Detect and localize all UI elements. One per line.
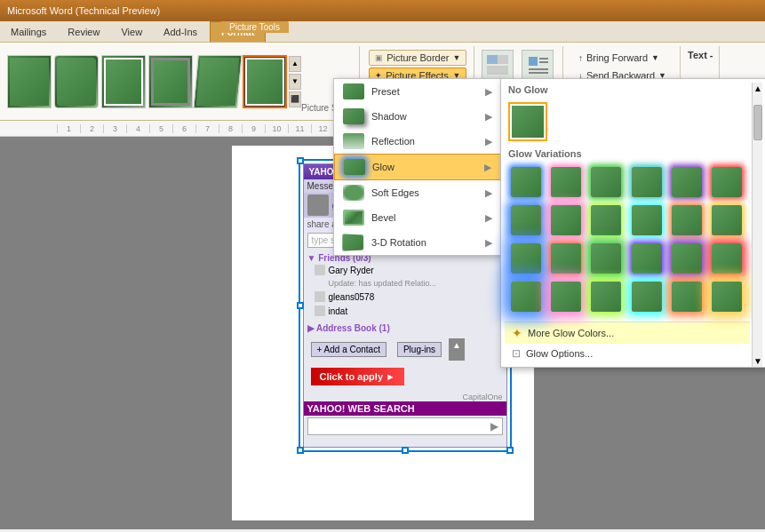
glow-thumb-yellow-1 — [712, 205, 742, 235]
yahoo-address-arrow: ▶ — [307, 323, 315, 333]
glow-options-button[interactable]: ⊡ Glow Options... — [505, 344, 750, 363]
dropdown-glow[interactable]: Glow ▶ — [334, 154, 501, 180]
more-glow-colors-button[interactable]: ✦ More Glow Colors... — [505, 322, 750, 344]
svg-rect-4 — [487, 55, 498, 64]
glow-item-indigo-1[interactable] — [629, 241, 665, 276]
no-glow-item[interactable] — [508, 102, 547, 141]
yahoo-contact-3: indat — [307, 304, 503, 318]
style-thumb-1[interactable] — [7, 55, 52, 108]
yahoo-contact-1-text: Gary Ryder — [329, 266, 374, 275]
glow-thumb-teal-1 — [632, 167, 662, 197]
style-thumb-2[interactable] — [54, 55, 99, 108]
ruler-mark: 6 — [172, 124, 195, 133]
yahoo-plugins-label: Plug-ins — [403, 345, 435, 354]
scrollbar-up-arrow[interactable]: ▲ — [753, 83, 762, 94]
yahoo-click-label: Click to apply ► — [320, 371, 395, 382]
glow-item-orange-2[interactable] — [669, 279, 705, 314]
glow-item-green-2[interactable] — [588, 241, 624, 276]
reflection-label: Reflection — [371, 136, 415, 147]
glow-item-lime-1[interactable] — [588, 202, 624, 238]
tab-view[interactable]: View — [110, 21, 153, 42]
bevel-label: Bevel — [371, 212, 396, 223]
glow-variations-title: Glow Variations — [505, 145, 750, 161]
glow-item-teal-1[interactable] — [629, 164, 665, 200]
style-thumb-5[interactable] — [193, 55, 242, 108]
dropdown-reflection[interactable]: Reflection ▶ — [334, 129, 501, 154]
styles-scroll-up[interactable]: ▲ — [289, 56, 301, 72]
glow-item-lime-2[interactable] — [588, 279, 624, 314]
more-colors-icon: ✦ — [512, 326, 522, 340]
yahoo-expand-button[interactable]: ▲ — [449, 338, 465, 361]
yahoo-add-contact-button[interactable]: + Add a Contact — [311, 342, 386, 357]
glow-thumb-purple-2 — [672, 243, 702, 274]
title-bar: Microsoft Word (Technical Preview) — [0, 0, 765, 21]
yahoo-click-to-apply-button[interactable]: Click to apply ► — [311, 368, 404, 385]
yahoo-search-go[interactable]: ▶ — [490, 420, 498, 433]
ruler-mark: 1 — [57, 124, 80, 133]
glow-item-green-1[interactable] — [588, 164, 624, 200]
ruler-mark: 8 — [219, 124, 242, 133]
tab-mailings[interactable]: Mailings — [0, 21, 57, 42]
yahoo-contact-update: Update: has updated Relatio... — [307, 277, 503, 290]
dropdown-bevel[interactable]: Bevel ▶ — [334, 205, 501, 230]
yahoo-web-search-input[interactable] — [312, 422, 490, 432]
glow-item-red-1[interactable] — [709, 164, 745, 200]
ribbon-tabs: Picture Tools Mailings Review View Add-I… — [0, 21, 765, 43]
shadow-label: Shadow — [371, 111, 407, 122]
glow-item-red-2[interactable] — [709, 241, 745, 276]
yahoo-avatar — [307, 195, 329, 216]
scrollbar-down-arrow[interactable]: ▼ — [753, 355, 762, 367]
yahoo-action-buttons: + Add a Contact Plug-ins ▲ — [307, 338, 503, 361]
glow-icon — [344, 159, 365, 175]
style-thumb-6[interactable] — [243, 55, 287, 108]
styles-expand[interactable]: ⬛ — [289, 91, 301, 107]
glow-item-cyan-2[interactable] — [629, 279, 665, 314]
glow-thumb-green-1 — [591, 167, 621, 197]
glow-thumb-yellow-2 — [712, 282, 742, 312]
glow-item-blue-2[interactable] — [508, 202, 544, 238]
dropdown-preset[interactable]: Preset ▶ — [334, 79, 501, 104]
styles-scroll-down[interactable]: ▼ — [289, 74, 301, 90]
glow-item-yellow-1[interactable] — [709, 202, 745, 238]
glow-item-blue-4[interactable] — [508, 279, 544, 314]
scrollbar-thumb[interactable] — [753, 105, 762, 140]
handle-bottom-middle[interactable] — [402, 447, 409, 454]
ruler-mark: 5 — [149, 124, 172, 133]
glow-item-orange-1[interactable] — [669, 202, 705, 238]
glow-item-purple-1[interactable] — [669, 164, 705, 200]
more-glow-colors-label: More Glow Colors... — [528, 328, 614, 338]
style-thumb-4[interactable] — [148, 55, 193, 108]
dropdown-shadow[interactable]: Shadow ▶ — [334, 104, 501, 129]
svg-rect-5 — [498, 55, 508, 64]
bring-forward-arrow: ▼ — [651, 53, 659, 62]
tab-review[interactable]: Review — [57, 21, 110, 42]
glow-item-blue-3[interactable] — [508, 241, 544, 276]
dropdown-soft-edges[interactable]: Soft Edges ▶ — [334, 180, 501, 205]
glow-submenu-scrollbar[interactable]: ▲ ▼ — [752, 83, 762, 367]
ruler-mark: 4 — [126, 124, 149, 133]
shadow-icon — [343, 108, 364, 124]
glow-item-pink-1[interactable] — [548, 164, 584, 200]
handle-bottom-right[interactable] — [506, 447, 514, 454]
glow-thumb-red-1 — [712, 167, 742, 197]
reflection-icon — [343, 133, 364, 149]
picture-border-button[interactable]: ▣ Picture Border ▼ — [369, 50, 466, 66]
glow-item-blue-1[interactable] — [508, 164, 544, 200]
yahoo-plugins-button[interactable]: Plug-ins — [397, 342, 442, 357]
glow-item-cyan-1[interactable] — [629, 202, 665, 238]
picture-border-icon: ▣ — [375, 53, 383, 62]
glow-item-pink-3[interactable] — [548, 279, 584, 314]
dropdown-3d-rotation[interactable]: 3-D Rotation ▶ — [334, 230, 501, 255]
glow-item-coral-1[interactable] — [548, 241, 584, 276]
yahoo-footer: YAHOO! WEB SEARCH — [304, 401, 506, 416]
style-thumb-3[interactable] — [101, 55, 146, 108]
yahoo-address-book: ▶ Address Book (1) — [304, 322, 506, 335]
handle-bottom-left[interactable] — [297, 447, 304, 454]
tab-add-ins[interactable]: Add-Ins — [153, 21, 208, 42]
glow-item-pink-2[interactable] — [548, 202, 584, 238]
glow-item-purple-2[interactable] — [669, 241, 705, 276]
glow-item-yellow-2[interactable] — [709, 279, 745, 314]
bring-forward-button[interactable]: ↑ Bring Forward ▼ — [572, 50, 673, 66]
soft-edges-icon — [343, 185, 364, 201]
ruler-mark: 7 — [195, 124, 219, 133]
